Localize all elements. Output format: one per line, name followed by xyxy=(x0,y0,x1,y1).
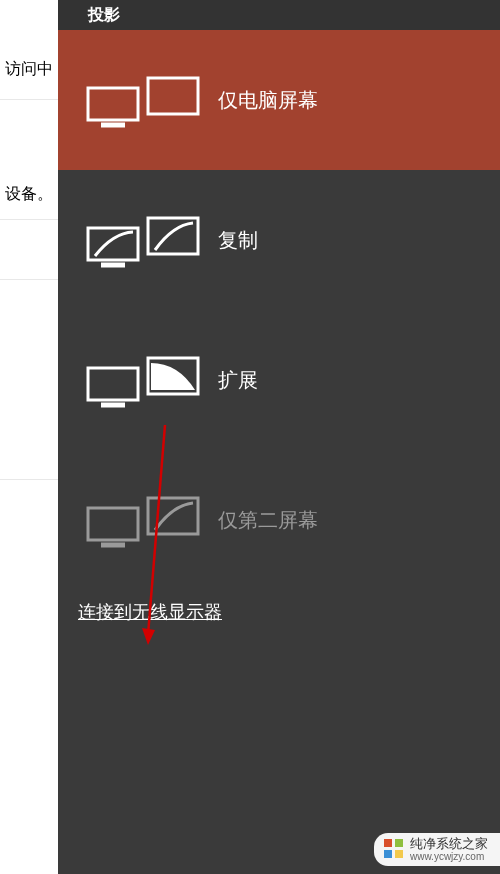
panel-header: 投影 xyxy=(58,0,500,30)
panel-title: 投影 xyxy=(88,5,120,26)
watermark-logo-icon xyxy=(384,839,404,859)
bg-text-1: 访问中 xyxy=(5,59,53,80)
wireless-link-text: 连接到无线显示器 xyxy=(78,602,222,622)
svg-rect-2 xyxy=(148,78,198,114)
option-label: 仅第二屏幕 xyxy=(218,507,318,534)
background-page: 访问中 设备。 xyxy=(0,0,60,874)
option-label: 仅电脑屏幕 xyxy=(218,87,318,114)
option-second-screen-only[interactable]: 仅第二屏幕 xyxy=(58,450,500,590)
option-pc-screen-only[interactable]: 仅电脑屏幕 xyxy=(58,30,500,170)
connect-wireless-display-link[interactable]: 连接到无线显示器 xyxy=(58,590,500,634)
second-screen-only-icon xyxy=(78,493,208,548)
svg-rect-0 xyxy=(88,88,138,120)
bg-text-2: 设备。 xyxy=(5,184,53,205)
option-duplicate[interactable]: 复制 xyxy=(58,170,500,310)
watermark-name: 纯净系统之家 xyxy=(410,837,488,851)
pc-screen-only-icon xyxy=(78,73,208,128)
svg-rect-6 xyxy=(88,368,138,400)
option-extend[interactable]: 扩展 xyxy=(58,310,500,450)
watermark: 纯净系统之家 www.ycwjzy.com xyxy=(374,833,500,866)
projection-panel: 投影 仅电脑屏幕 复制 xyxy=(58,0,500,874)
duplicate-icon xyxy=(78,213,208,268)
option-label: 复制 xyxy=(218,227,258,254)
option-label: 扩展 xyxy=(218,367,258,394)
svg-rect-9 xyxy=(88,508,138,540)
watermark-url: www.ycwjzy.com xyxy=(410,851,488,862)
extend-icon xyxy=(78,353,208,408)
